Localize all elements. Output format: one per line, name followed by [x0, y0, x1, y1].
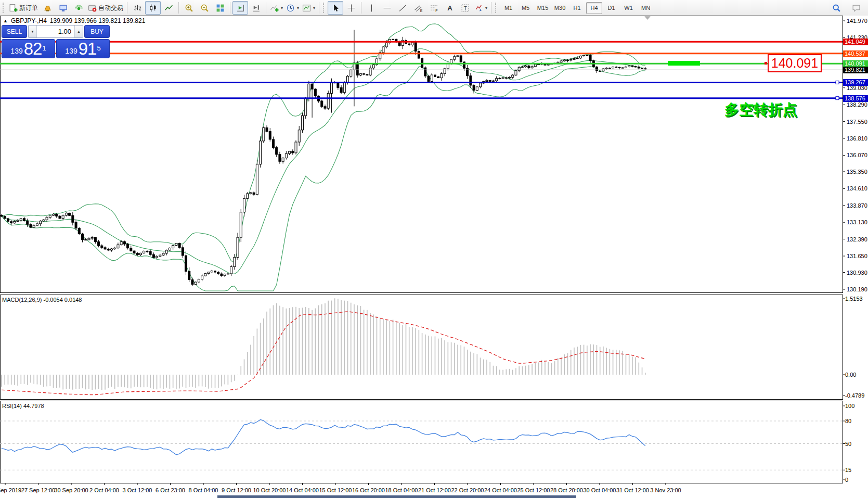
chat-button[interactable]	[848, 1, 864, 15]
volume-decrease-button[interactable]: ▼	[29, 25, 37, 37]
timeframe-button-m1[interactable]: M1	[500, 2, 516, 14]
rsi-tick-label: 50	[845, 441, 851, 448]
turning-point-annotation[interactable]: 多空转折点	[724, 100, 797, 120]
vertical-line-button[interactable]	[364, 1, 379, 15]
price-badge: 139.267	[843, 79, 868, 86]
auto-trading-button-icon	[88, 4, 97, 12]
candle-body	[460, 56, 462, 62]
candle-body	[27, 221, 29, 224]
timeframe-button-m30[interactable]: M30	[552, 2, 568, 14]
volume-increase-button[interactable]: ▲	[74, 25, 83, 37]
candle-body	[441, 74, 443, 78]
timeframe-button-mn[interactable]: MN	[638, 2, 654, 14]
candle-body	[201, 276, 203, 279]
templates-button[interactable]: ▾	[301, 1, 317, 15]
arrows-button[interactable]: ▾	[473, 1, 489, 15]
line-handle[interactable]	[836, 97, 839, 100]
equidistant-channel-button[interactable]: E	[410, 1, 426, 15]
fibonacci-button[interactable]: F	[426, 1, 442, 15]
buy-button[interactable]: BUY	[84, 25, 110, 38]
price-highlight-bar[interactable]	[668, 61, 700, 66]
candle-body	[366, 74, 368, 75]
chart-shift-button[interactable]	[232, 1, 248, 15]
trend-line-button[interactable]	[395, 1, 410, 15]
candle-body	[382, 47, 384, 53]
price-tick-label: 138.290	[847, 101, 867, 108]
candle-body	[188, 271, 190, 279]
rsi-tick-label: 80	[845, 418, 851, 425]
sell-quote-button[interactable]: 139821	[2, 39, 55, 58]
candle-body	[263, 127, 265, 141]
candle-body	[567, 60, 569, 60]
candle-body	[139, 253, 141, 254]
candle-body	[547, 65, 549, 65]
line-handle[interactable]	[836, 81, 839, 84]
candle-body	[191, 280, 193, 285]
bar-chart-button[interactable]	[129, 1, 145, 15]
candle-body	[311, 84, 313, 89]
candle-body	[169, 248, 171, 250]
add-indicators-button[interactable]: ▾	[268, 1, 284, 15]
chart-shift-button-icon	[236, 4, 245, 12]
signals-icon[interactable]	[71, 1, 86, 15]
candle-body	[65, 213, 67, 215]
volume-input[interactable]	[37, 25, 74, 37]
search-button[interactable]	[828, 1, 844, 15]
candle-body	[454, 57, 456, 59]
price-box-anchor[interactable]	[765, 62, 767, 65]
zoom-out-button[interactable]	[197, 1, 212, 15]
vertical-line-button-icon	[367, 4, 376, 12]
candlestick-chart-button[interactable]	[145, 1, 161, 15]
price-annotation-box[interactable]: 140.091	[768, 54, 822, 72]
tile-windows-button[interactable]	[212, 1, 228, 15]
time-label: 30 Oct 04:00	[584, 487, 616, 493]
candle-body	[625, 67, 627, 68]
candle-body	[104, 248, 106, 249]
candle-body	[411, 42, 413, 45]
candle-body	[40, 221, 42, 224]
candle-body	[72, 215, 74, 222]
candle-body	[512, 75, 514, 77]
candle-body	[531, 67, 533, 68]
chart-symbol-period: GBPJPY-,H4	[11, 17, 47, 24]
svg-text:F: F	[435, 8, 437, 12]
fibonacci-button-icon: F	[430, 4, 438, 12]
candle-body	[595, 67, 598, 71]
chart-context-arrow-icon[interactable]: ▲	[3, 18, 8, 23]
auto-scroll-button[interactable]	[248, 1, 264, 15]
candle-body	[301, 116, 303, 130]
sell-price-pip: 1	[42, 41, 46, 56]
new-order-button[interactable]: 新订单	[7, 1, 40, 15]
candle-body	[586, 55, 588, 56]
auto-trading-button[interactable]: 自动交易	[86, 1, 125, 15]
text-label-button[interactable]: T	[457, 1, 473, 15]
crosshair-button[interactable]	[343, 1, 359, 15]
market-watch-icon[interactable]	[55, 1, 71, 15]
market-watch-icon-icon	[59, 4, 68, 12]
candle-body	[165, 250, 167, 253]
periods-button[interactable]: ▾	[284, 1, 301, 15]
candle-body	[583, 55, 585, 56]
chart-canvas[interactable]	[0, 0, 868, 498]
candle-body	[85, 240, 87, 240]
toolbar-separator	[361, 2, 361, 14]
timeframe-button-d1[interactable]: D1	[603, 2, 619, 14]
candle-body	[480, 83, 482, 87]
timeframe-button-h1[interactable]: H1	[569, 2, 585, 14]
line-chart-button[interactable]	[161, 1, 176, 15]
timeframe-button-m15[interactable]: M15	[535, 2, 551, 14]
cursor-button[interactable]	[328, 1, 343, 15]
text-label-button-icon: T	[461, 4, 470, 12]
candle-body	[385, 43, 387, 47]
timeframe-button-h4[interactable]: H4	[586, 2, 602, 14]
timeframe-button-w1[interactable]: W1	[620, 2, 637, 14]
text-button[interactable]: A	[442, 1, 457, 15]
candle-body	[356, 63, 358, 75]
timeframe-button-m5[interactable]: M5	[517, 2, 534, 14]
zoom-in-button[interactable]	[181, 1, 197, 15]
indicators-lamp-icon[interactable]	[40, 1, 55, 15]
buy-quote-button[interactable]: 139915	[56, 39, 110, 58]
horizontal-line-button[interactable]	[379, 1, 395, 15]
sell-button[interactable]: SELL	[2, 25, 27, 38]
toolbar-separator	[230, 2, 230, 14]
